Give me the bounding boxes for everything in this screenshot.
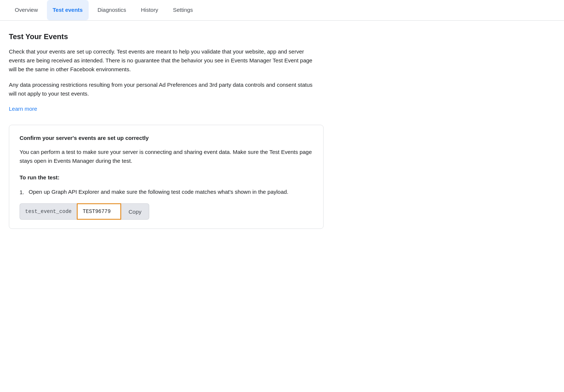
tab-overview[interactable]: Overview	[9, 0, 44, 20]
test-code-value[interactable]: TEST96779	[77, 203, 121, 220]
page-container: Overview Test events Diagnostics History…	[0, 0, 564, 392]
step-1: 1. Open up Graph API Explorer and make s…	[20, 188, 313, 197]
main-content: Test Your Events Check that your events …	[0, 21, 332, 238]
tab-history[interactable]: History	[135, 0, 164, 20]
step-1-text: Open up Graph API Explorer and make sure…	[29, 188, 313, 197]
tab-diagnostics[interactable]: Diagnostics	[92, 0, 132, 20]
step-1-number: 1.	[20, 188, 24, 197]
card-title: Confirm your server's events are set up …	[20, 134, 313, 142]
tab-settings[interactable]: Settings	[167, 0, 199, 20]
run-test-label: To run the test:	[20, 173, 313, 182]
steps-list: 1. Open up Graph API Explorer and make s…	[20, 188, 313, 197]
tab-test-events[interactable]: Test events	[47, 0, 89, 20]
description-text-1: Check that your events are set up correc…	[9, 47, 315, 74]
learn-more-link[interactable]: Learn more	[9, 105, 37, 113]
test-code-label: test_event_code	[20, 203, 77, 220]
test-code-group: test_event_code TEST96779 Copy	[20, 203, 313, 220]
card-section: Confirm your server's events are set up …	[9, 125, 324, 229]
tab-bar: Overview Test events Diagnostics History…	[0, 0, 564, 21]
section-title: Test Your Events	[9, 31, 324, 42]
card-description: You can perform a test to make sure your…	[20, 148, 313, 165]
description-text-2: Any data processing restrictions resulti…	[9, 80, 315, 98]
copy-button[interactable]: Copy	[121, 203, 149, 220]
